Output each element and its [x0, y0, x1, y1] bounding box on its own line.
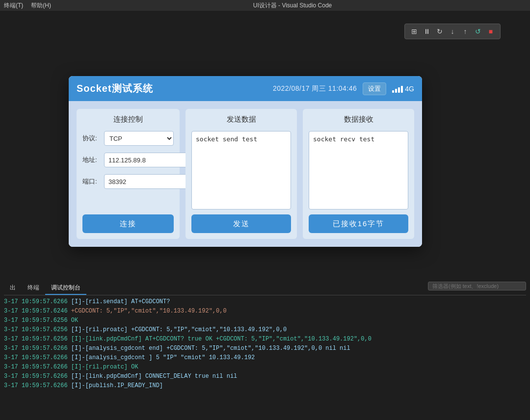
- stop-button[interactable]: ■: [485, 26, 496, 37]
- tab-output[interactable]: 出: [4, 282, 22, 295]
- step-into-button[interactable]: ↑: [460, 26, 471, 37]
- terminal-line: 3-17 10:59:57.6246 +CGDCONT: 5,"IP","cmi…: [4, 307, 526, 315]
- filter-input[interactable]: [428, 282, 526, 290]
- tab-debug-console[interactable]: 调试控制台: [45, 282, 86, 295]
- window-title: UI设计器 - Visual Studio Code: [253, 1, 332, 10]
- send-textarea[interactable]: socket send test: [191, 131, 291, 210]
- signal-bar-3: [398, 87, 400, 93]
- network-type: 4G: [405, 85, 414, 93]
- send-button[interactable]: 发送: [191, 214, 291, 233]
- protocol-select[interactable]: TCP UDP: [104, 131, 174, 146]
- connect-button[interactable]: 连接: [82, 214, 174, 233]
- terminal-line: 3-17 10:59:57.6266 [I]-[ril.sendat] AT+C…: [4, 297, 526, 306]
- top-bar: 终端(T) 帮助(H) UI设计器 - Visual Studio Code: [0, 0, 530, 11]
- pause-button[interactable]: ⏸: [422, 26, 432, 37]
- address-row: 地址:: [82, 153, 174, 167]
- restart-button[interactable]: ↺: [473, 26, 483, 37]
- terminal-line: 3-17 10:59:57.6266 [I]-[publish.IP_READY…: [4, 381, 526, 390]
- signal-area: 4G: [392, 85, 414, 93]
- terminal-line: 3-17 10:59:57.6256 [I]-[ril.proatc] +CGD…: [4, 325, 526, 334]
- signal-bars: [392, 85, 403, 93]
- send-panel-title: 发送数据: [191, 115, 291, 124]
- signal-bar-4: [401, 86, 403, 93]
- recv-panel-title: 数据接收: [309, 115, 408, 124]
- terminal-area: 出 终端 调试控制台 3-17 10:59:57.6266 [I]-[ril.s…: [0, 280, 530, 420]
- send-panel: 发送数据 socket send test 发送: [186, 109, 297, 239]
- datetime-display: 2022/08/17 周三 11:04:46: [273, 84, 357, 93]
- terminal-line: 3-17 10:59:57.6266 [I]-[link.pdpCmdCnf] …: [4, 372, 526, 381]
- modal-title: Socket测试系统: [77, 82, 153, 95]
- connect-panel-title: 连接控制: [82, 115, 174, 124]
- terminal-lines: 3-17 10:59:57.6266 [I]-[ril.sendat] AT+C…: [4, 297, 526, 390]
- recv-textarea[interactable]: socket recv test: [309, 131, 408, 210]
- port-row: 端口:: [82, 174, 174, 189]
- modal-header: Socket测试系统 2022/08/17 周三 11:04:46 设置 4G: [69, 76, 422, 101]
- terminal-line: 3-17 10:59:57.6256 [I]-[link.pdpCmdCnf] …: [4, 335, 526, 343]
- port-label: 端口:: [82, 177, 100, 186]
- socket-test-modal: Socket测试系统 2022/08/17 周三 11:04:46 设置 4G …: [69, 76, 422, 247]
- menu-item-help[interactable]: 帮助(H): [31, 1, 51, 10]
- recv-panel: 数据接收 socket recv test 已接收16字节: [303, 109, 414, 239]
- address-input[interactable]: [104, 153, 195, 167]
- terminal-line: 3-17 10:59:57.6266 [I]-[analysis_cgdcont…: [4, 344, 526, 353]
- tab-terminal[interactable]: 终端: [22, 282, 45, 295]
- protocol-label: 协议:: [82, 134, 100, 143]
- terminal-line: 3-17 10:59:57.6266 [I]-[analysis_cgdcont…: [4, 353, 526, 362]
- refresh-button[interactable]: ↻: [434, 26, 445, 37]
- debug-toolbar: ⊞ ⏸ ↻ ↓ ↑ ↺ ■: [404, 24, 501, 39]
- connect-panel: 连接控制 协议: TCP UDP 地址: 端口: 连接: [77, 109, 180, 239]
- menu-item-terminal[interactable]: 终端(T): [4, 1, 23, 10]
- settings-button[interactable]: 设置: [363, 82, 386, 95]
- signal-bar-1: [392, 90, 394, 93]
- recv-status-button[interactable]: 已接收16字节: [309, 214, 408, 233]
- signal-bar-2: [395, 89, 397, 93]
- terminal-filter: [428, 282, 526, 290]
- protocol-row: 协议: TCP UDP: [82, 131, 174, 146]
- header-right: 2022/08/17 周三 11:04:46 设置 4G: [273, 82, 414, 95]
- grid-button[interactable]: ⊞: [409, 26, 420, 37]
- terminal-line: 3-17 10:59:57.6266 [I]-[ril.proatc] OK: [4, 363, 526, 371]
- step-over-button[interactable]: ↓: [447, 26, 458, 37]
- terminal-line: 3-17 10:59:57.6256 OK: [4, 316, 526, 325]
- address-label: 地址:: [82, 156, 100, 164]
- port-input[interactable]: [104, 174, 195, 189]
- modal-body: 连接控制 协议: TCP UDP 地址: 端口: 连接 发送数据 sock: [69, 101, 422, 247]
